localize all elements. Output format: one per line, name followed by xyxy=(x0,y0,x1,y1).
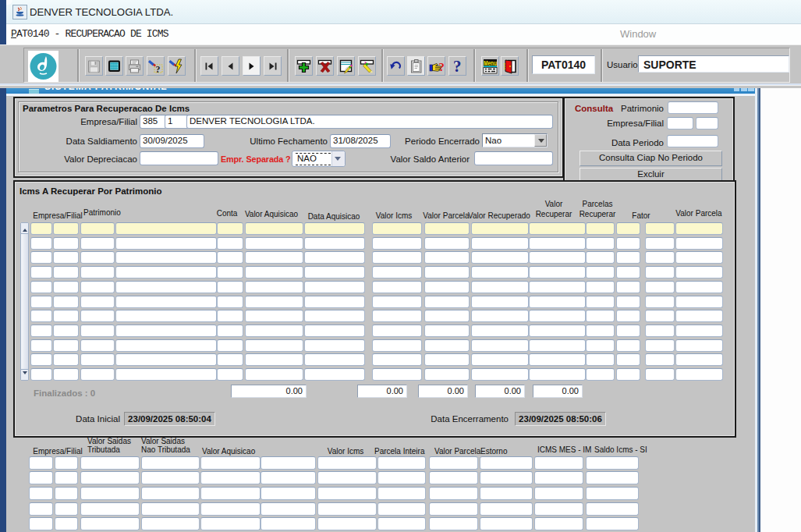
svg-text:Menu: Menu xyxy=(484,59,497,67)
svg-text:?: ? xyxy=(155,64,160,75)
svg-text:?: ? xyxy=(439,61,445,73)
svg-text:?: ? xyxy=(453,58,462,75)
